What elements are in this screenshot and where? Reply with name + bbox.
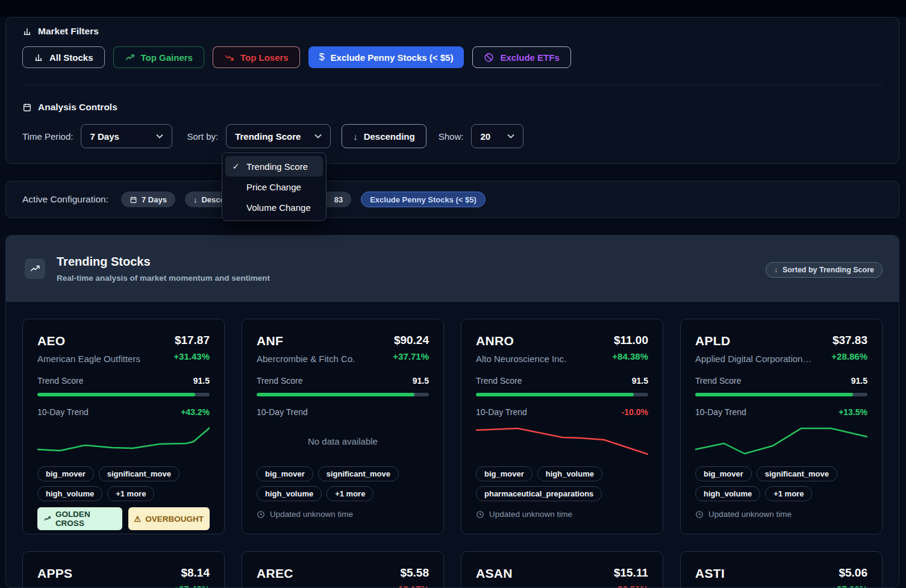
updated-text: Updated unknown time	[489, 510, 572, 519]
tag: big_mover	[257, 466, 313, 481]
tag-more: +1 more	[326, 486, 373, 501]
clock-icon	[476, 510, 484, 519]
trend-score-value: 91.5	[193, 376, 210, 386]
stock-card-anf[interactable]: ANF Abercrombie & Fitch Co. $90.24 +37.7…	[242, 319, 444, 534]
company-name: American Eagle Outfitters	[37, 354, 140, 364]
all-stocks-label: All Stocks	[49, 52, 93, 63]
company-name: Alto Neuroscience Inc.	[476, 354, 566, 364]
card-header: AREC AMERICAN RESOURCES CORP $5.58 -18.1…	[257, 566, 429, 588]
updated-row: Updated unknown time	[476, 510, 648, 519]
sparkline-chart	[37, 425, 210, 457]
signal-badges: GOLDEN CROSS ⚠ OVERBOUGHT	[37, 507, 210, 530]
sparkline-up	[695, 428, 867, 454]
stock-card-arec[interactable]: AREC AMERICAN RESOURCES CORP $5.58 -18.1…	[242, 551, 444, 588]
ten-day-trend-row: 10-Day Trend +43.2%	[37, 407, 210, 417]
panel-divider	[22, 85, 883, 86]
price-change: +84.38%	[612, 351, 648, 361]
dropdown-option-price-change[interactable]: Price Change	[225, 177, 323, 197]
sort-by-select[interactable]: Trending Score	[226, 124, 331, 148]
trend-score-label: Trend Score	[37, 376, 84, 386]
trending-down-icon	[224, 52, 234, 63]
exclude-etfs-button[interactable]: Exclude ETFs	[472, 46, 570, 68]
sort-by-dropdown: ✓ Trending Score Price Change Volume Cha…	[222, 152, 326, 221]
sort-direction-label: Descending	[364, 131, 415, 142]
tag: high_volume	[695, 486, 760, 501]
stock-card-asan[interactable]: ASAN Asana, Inc. Class A C $15.11 -20.51…	[461, 551, 663, 588]
stock-card-asti[interactable]: ASTI Ascent Solar Technologies, I $5.06 …	[680, 551, 883, 588]
top-losers-label: Top Losers	[240, 52, 289, 63]
price-change: -18.17%	[395, 584, 429, 588]
tag-list: big_mover significant_move high_volume +…	[37, 466, 210, 501]
warning-icon: ⚠	[134, 514, 142, 524]
tag: significant_move	[99, 466, 180, 481]
trend-score-row: Trend Score 91.5	[695, 376, 867, 386]
chip-label: Exclude Penny Stocks (< $5)	[370, 195, 476, 204]
card-header: APPS Digital Turbine, I $8.14 +37.42%	[37, 566, 210, 588]
top-gainers-label: Top Gainers	[141, 52, 193, 63]
active-configuration-label: Active Configuration:	[22, 194, 108, 205]
exclude-penny-stocks-label: Exclude Penny Stocks (< $5)	[331, 52, 454, 63]
trend-score-value: 91.5	[851, 376, 867, 386]
calendar-icon	[130, 196, 137, 204]
clock-icon	[257, 510, 265, 519]
price: $15.11	[614, 566, 648, 580]
arrow-down-icon: ↓	[774, 266, 778, 274]
trend-score-row: Trend Score 91.5	[257, 376, 429, 386]
ban-icon	[484, 52, 494, 63]
stock-card-aeo[interactable]: AEO American Eagle Outfitters $17.87 +31…	[22, 319, 225, 534]
trending-stocks-section: Trending Stocks Real-time analysis of ma…	[5, 235, 899, 588]
trend-score-bar-fill	[37, 393, 195, 396]
stock-card-anro[interactable]: ANRO Alto Neuroscience Inc. $11.00 +84.3…	[461, 319, 663, 534]
top-gainers-button[interactable]: Top Gainers	[113, 46, 204, 68]
stock-card-apps[interactable]: APPS Digital Turbine, I $8.14 +37.42%	[22, 551, 225, 588]
trend-score-bar	[695, 393, 867, 396]
show-count-select[interactable]: 20	[471, 124, 523, 148]
tag: big_mover	[37, 466, 94, 481]
section-title: Trending Stocks	[57, 255, 270, 269]
badge-label: OVERBOUGHT	[145, 514, 204, 524]
price-change: +37.71%	[393, 351, 429, 361]
dropdown-option-volume-change[interactable]: Volume Change	[225, 197, 323, 217]
ticker: ASAN	[476, 566, 563, 581]
ticker: APLD	[695, 334, 811, 348]
arrow-down-icon: ↓	[193, 195, 198, 204]
trend-score-bar-fill	[257, 393, 414, 396]
tag: big_mover	[476, 466, 533, 481]
sparkline-chart	[695, 425, 867, 457]
top-strip	[0, 0, 906, 17]
all-stocks-button[interactable]: All Stocks	[22, 46, 105, 68]
dropdown-option-label: Trending Score	[246, 161, 308, 172]
section-subtitle: Real-time analysis of market momentum an…	[57, 274, 270, 283]
analysis-controls-row: Time Period: 7 Days Sort by: Trending Sc…	[22, 124, 523, 148]
ten-day-trend-value: +13.5%	[839, 407, 867, 417]
trending-up-icon	[30, 263, 40, 274]
time-period-label: Time Period:	[22, 131, 73, 142]
analysis-controls-heading: Analysis Controls	[22, 102, 117, 113]
card-header: APLD Applied Digital Corporation… $37.83…	[695, 334, 867, 364]
tag: high_volume	[257, 486, 322, 501]
trend-score-value: 91.5	[413, 376, 429, 386]
tag: high_volume	[537, 466, 602, 481]
calendar-icon	[22, 102, 32, 112]
dollar-icon: $	[319, 52, 325, 63]
stock-card-apld[interactable]: APLD Applied Digital Corporation… $37.83…	[680, 319, 883, 534]
sort-direction-button[interactable]: ↓ Descending	[342, 124, 426, 148]
ten-day-trend-value: +43.2%	[181, 407, 210, 417]
top-losers-button[interactable]: Top Losers	[213, 46, 300, 68]
price: $11.00	[612, 334, 648, 347]
sort-by-label: Sort by:	[187, 131, 218, 142]
sort-by-value: Trending Score	[235, 131, 301, 142]
price: $37.83	[831, 334, 867, 347]
price: $5.06	[831, 566, 867, 580]
check-icon: ✓	[231, 161, 240, 171]
clock-icon	[695, 510, 704, 519]
trend-score-value: 91.5	[632, 376, 648, 386]
exclude-penny-stocks-button[interactable]: $ Exclude Penny Stocks (< $5)	[308, 46, 464, 68]
filter-buttons-row: All Stocks Top Gainers Top Losers $ Excl…	[22, 46, 571, 68]
tag: big_mover	[695, 466, 752, 481]
trend-score-label: Trend Score	[476, 376, 522, 386]
tag-more: +1 more	[107, 486, 154, 501]
dropdown-option-trending-score[interactable]: ✓ Trending Score	[225, 156, 323, 177]
time-period-select[interactable]: 7 Days	[81, 124, 172, 148]
sparkline-up	[37, 428, 210, 451]
